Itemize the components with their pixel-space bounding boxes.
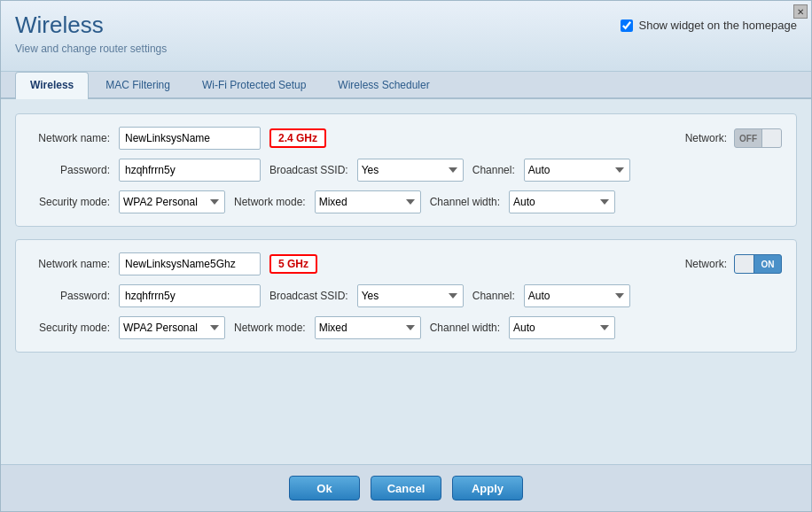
tab-wireless[interactable]: Wireless [15, 72, 89, 99]
network-24ghz-toggle-label: Network: [685, 132, 727, 144]
network-24ghz-name-label: Network name: [30, 132, 110, 144]
title-bar: Wireless View and change router settings… [1, 1, 811, 72]
tab-wireless-scheduler[interactable]: Wireless Scheduler [323, 72, 444, 97]
network-24ghz-mode-select[interactable]: MixedWireless-N OnlyWireless-G Only [315, 190, 421, 213]
network-5ghz-mode-select[interactable]: MixedWireless-N OnlyWireless-G Only [315, 316, 421, 339]
network-5ghz-broadcast-label: Broadcast SSID: [269, 290, 348, 302]
network-5ghz-name-input[interactable] [119, 252, 261, 275]
network-5ghz-password-label: Password: [30, 290, 110, 302]
tab-bar: Wireless MAC Filtering Wi-Fi Protected S… [1, 72, 811, 99]
network-24ghz-toggle[interactable]: OFF [734, 128, 782, 148]
footer: Ok Cancel Apply [1, 464, 811, 511]
network-24ghz-name-row: Network name: 2.4 GHz Network: OFF [30, 127, 782, 150]
network-24ghz-security-select[interactable]: WPA2 PersonalWPA PersonalWEPDisabled [119, 190, 225, 213]
network-5ghz-name-label: Network name: [30, 258, 110, 270]
network-24ghz-security-label: Security mode: [30, 196, 110, 208]
network-24ghz-width-select[interactable]: Auto20 MHz40 MHz [509, 190, 615, 213]
network-5ghz-toggle-text: ON [754, 260, 781, 269]
network-24ghz-password-row: Password: Broadcast SSID: YesNo Channel:… [30, 159, 782, 182]
network-24ghz-password-input[interactable] [119, 159, 261, 182]
network-24ghz-channel-select[interactable]: Auto123 [524, 159, 630, 182]
network-5ghz-width-label: Channel width: [430, 322, 500, 334]
tab-wifi-protected-setup[interactable]: Wi-Fi Protected Setup [187, 72, 321, 97]
network-24ghz-badge: 2.4 GHz [269, 128, 326, 148]
close-button[interactable]: ✕ [793, 4, 808, 19]
network-5ghz-password-row: Password: Broadcast SSID: YesNo Channel:… [30, 284, 782, 307]
tab-mac-filtering[interactable]: MAC Filtering [90, 72, 185, 97]
network-5ghz-broadcast-select[interactable]: YesNo [357, 284, 464, 307]
network-5ghz-security-select[interactable]: WPA2 PersonalWPA PersonalWEPDisabled [119, 316, 225, 339]
network-5ghz-section: Network name: 5 GHz Network: ON Password… [15, 239, 797, 353]
network-24ghz-mode-label: Network mode: [234, 196, 306, 208]
network-5ghz-security-row: Security mode: WPA2 PersonalWPA Personal… [30, 316, 782, 339]
network-5ghz-name-row: Network name: 5 GHz Network: ON [30, 252, 782, 275]
network-5ghz-toggle-handle [735, 255, 754, 273]
network-24ghz-broadcast-label: Broadcast SSID: [269, 164, 348, 176]
network-24ghz-width-label: Channel width: [430, 196, 500, 208]
network-24ghz-toggle-text: OFF [735, 134, 761, 144]
ok-button[interactable]: Ok [289, 476, 360, 500]
network-24ghz-broadcast-select[interactable]: YesNo [357, 159, 464, 182]
network-5ghz-security-label: Security mode: [30, 322, 110, 334]
network-5ghz-toggle-label: Network: [685, 258, 727, 270]
network-24ghz-toggle-area: Network: OFF [685, 128, 782, 148]
network-5ghz-mode-label: Network mode: [234, 322, 306, 334]
network-24ghz-toggle-handle [761, 129, 781, 147]
network-24ghz-password-label: Password: [30, 164, 110, 176]
network-24ghz-name-input[interactable] [119, 127, 261, 150]
network-5ghz-password-input[interactable] [119, 284, 261, 307]
main-window: ✕ Wireless View and change router settin… [0, 0, 812, 512]
widget-checkbox-text: Show widget on the homepage [638, 19, 797, 32]
content-area: Network name: 2.4 GHz Network: OFF Passw… [1, 99, 811, 464]
network-5ghz-toggle[interactable]: ON [734, 254, 782, 274]
network-24ghz-channel-label: Channel: [472, 164, 515, 176]
network-5ghz-toggle-area: Network: ON [685, 254, 782, 274]
title-section: Wireless View and change router settings [15, 12, 167, 55]
widget-checkbox-label[interactable]: Show widget on the homepage [621, 19, 797, 32]
cancel-button[interactable]: Cancel [371, 476, 441, 500]
network-24ghz-security-row: Security mode: WPA2 PersonalWPA Personal… [30, 190, 782, 213]
page-subtitle: View and change router settings [15, 43, 167, 55]
network-5ghz-channel-select[interactable]: Auto123 [524, 284, 630, 307]
widget-checkbox-input[interactable] [621, 19, 633, 32]
network-24ghz-section: Network name: 2.4 GHz Network: OFF Passw… [15, 113, 797, 227]
network-5ghz-channel-label: Channel: [472, 290, 515, 302]
network-5ghz-width-select[interactable]: Auto20 MHz40 MHz [509, 316, 615, 339]
apply-button[interactable]: Apply [452, 476, 523, 500]
page-title: Wireless [15, 12, 167, 39]
network-5ghz-badge: 5 GHz [269, 254, 317, 274]
